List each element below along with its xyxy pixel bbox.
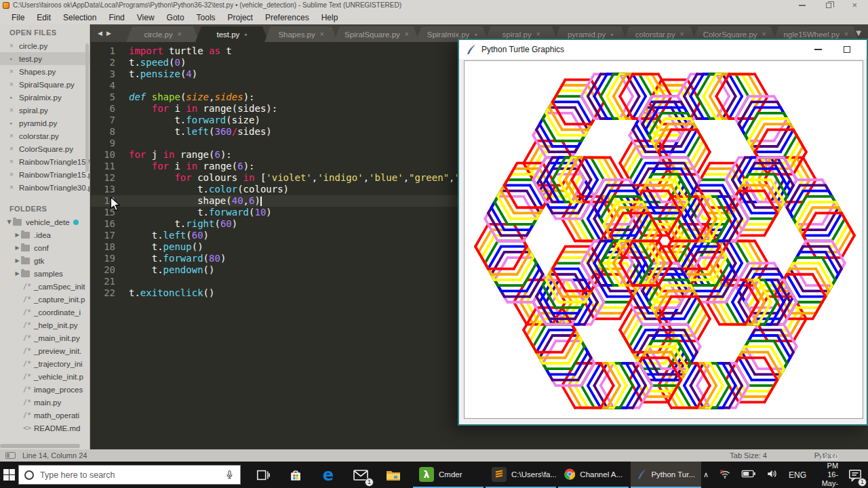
tree-item-_help_init.py[interactable]: /*_help_init.py <box>0 319 90 331</box>
menu-item-selection[interactable]: Selection <box>57 12 102 24</box>
volume-icon[interactable] <box>766 468 779 483</box>
file-explorer-button[interactable] <box>384 466 402 484</box>
tree-item-_capture_init.p[interactable]: /*_capture_init.p <box>0 293 90 306</box>
microphone-icon[interactable] <box>224 468 235 481</box>
expanded-arrow-icon[interactable]: ▼ <box>5 219 13 225</box>
restore-icon[interactable] <box>826 3 831 8</box>
tab-close-icon[interactable]: × <box>844 30 848 38</box>
tree-item-_camSpec_init[interactable]: /*_camSpec_init <box>0 280 90 293</box>
tree-item-image_proces[interactable]: /*image_proces <box>0 383 90 396</box>
tab-test.py[interactable]: test.py● <box>195 26 269 42</box>
menu-item-help[interactable]: Help <box>315 12 344 24</box>
menu-item-file[interactable]: File <box>5 12 31 24</box>
menu-item-project[interactable]: Project <box>222 12 259 24</box>
language-indicator[interactable]: ENG <box>789 470 806 480</box>
network-disconnected-icon[interactable] <box>718 468 732 483</box>
tab-modified-dot-icon[interactable]: ● <box>244 32 247 37</box>
modified-dot-icon[interactable]: ● <box>9 121 19 125</box>
collapsed-arrow-icon[interactable]: ▶ <box>14 245 21 251</box>
action-center-button[interactable]: 1 <box>848 466 863 484</box>
collapsed-arrow-icon[interactable]: ▶ <box>14 258 21 264</box>
tree-item-gtk[interactable]: ▶gtk <box>0 254 90 267</box>
modified-dot-icon[interactable]: ● <box>9 95 19 100</box>
menu-item-tools[interactable]: Tools <box>191 12 222 24</box>
edge-browser-button[interactable]: e <box>319 466 337 484</box>
tree-item-math_operati[interactable]: /*math_operati <box>0 409 90 422</box>
open-file-SpiralSquare.py[interactable]: ×SpiralSquare.py <box>0 78 90 91</box>
tree-item-conf[interactable]: ▶conf <box>0 241 90 254</box>
tab-close-icon[interactable]: × <box>680 30 684 38</box>
turtle-drawing-canvas[interactable] <box>465 61 863 419</box>
turtle-minimize-icon[interactable] <box>814 49 822 50</box>
turtle-window-titlebar[interactable]: Python Turtle Graphics <box>459 40 867 59</box>
close-file-icon[interactable]: × <box>9 106 19 114</box>
tree-item-_preview_init.[interactable]: /*_preview_init. <box>0 344 90 357</box>
tree-item-samples[interactable]: ▶samples <box>0 267 90 280</box>
taskbar-app-sublime[interactable]: C:\Users\fa... <box>486 462 556 488</box>
collapsed-arrow-icon[interactable]: ▶ <box>14 232 21 238</box>
clock[interactable]: 12:10 PM 16-May-19 <box>816 453 838 488</box>
open-file-ColorSquare.py[interactable]: ×ColorSquare.py <box>0 142 90 155</box>
close-icon[interactable]: × <box>852 2 857 9</box>
tree-item-_vehicle_init.p[interactable]: /*_vehicle_init.p <box>0 370 90 383</box>
task-view-button[interactable] <box>254 466 272 484</box>
mail-button[interactable]: 1 <box>352 466 370 484</box>
taskbar-app-chrome[interactable]: Channel A... <box>558 462 629 488</box>
tree-item-_coordinate_i[interactable]: /*_coordinate_i <box>0 306 90 319</box>
sidebar-vertical-scrollbar[interactable] <box>85 43 89 172</box>
taskbar-app-cmder[interactable]: λ Cmder <box>413 462 484 488</box>
tab-close-icon[interactable]: × <box>405 30 409 38</box>
taskbar-app-python-turtle[interactable]: Python Tur... <box>631 462 701 488</box>
tab-scroll-right-icon[interactable]: ▶ <box>106 30 111 37</box>
open-file-Spiralmix.py[interactable]: ●Spiralmix.py <box>0 91 90 104</box>
tree-item-.idea[interactable]: ▶.idea <box>0 228 90 241</box>
tab-scroll-left-icon[interactable]: ◀ <box>98 30 102 37</box>
tab-close-icon[interactable]: × <box>178 30 182 38</box>
tree-item-vehicle_dete[interactable]: ▼vehicle_dete <box>0 216 90 228</box>
tree-item-main.py[interactable]: /*main.py <box>0 396 90 409</box>
tray-expand-icon[interactable]: ∧ <box>703 470 709 479</box>
open-file-RainbowTriangle30.p[interactable]: ×RainbowTriangle30.p <box>0 181 90 194</box>
open-file-Shapes.py[interactable]: ×Shapes.py <box>0 65 90 78</box>
menu-item-goto[interactable]: Goto <box>161 12 191 24</box>
microsoft-store-button[interactable] <box>287 466 304 484</box>
open-file-RainbowTriangle15.p[interactable]: ×RainbowTriangle15.p <box>0 168 90 181</box>
close-file-icon[interactable]: × <box>9 184 19 191</box>
close-file-icon[interactable]: × <box>9 68 19 75</box>
start-button[interactable] <box>0 462 18 488</box>
tab-close-icon[interactable]: × <box>762 30 766 38</box>
tab-overflow-icon[interactable]: ▼ <box>856 29 861 37</box>
menu-item-edit[interactable]: Edit <box>31 12 57 24</box>
open-file-pyramid.py[interactable]: ●pyramid.py <box>0 117 90 129</box>
tab-close-icon[interactable]: × <box>320 30 324 38</box>
tab-Shapes.py[interactable]: Shapes.py× <box>264 26 338 42</box>
menu-item-preferences[interactable]: Preferences <box>259 12 315 24</box>
tab-circle.py[interactable]: circle.py× <box>126 26 199 42</box>
menu-item-find[interactable]: Find <box>102 12 130 24</box>
close-file-icon[interactable]: × <box>9 132 19 140</box>
tab-SpiralSquare.py[interactable]: SpiralSquare.py× <box>334 26 420 42</box>
tab-modified-dot-icon[interactable]: ● <box>610 32 613 37</box>
open-file-circle.py[interactable]: ×circle.py <box>0 39 90 52</box>
tree-item-_trajectory_ini[interactable]: /*_trajectory_ini <box>0 357 90 370</box>
open-file-spiral.py[interactable]: ×spiral.py <box>0 104 90 117</box>
menu-item-view[interactable]: View <box>131 12 161 24</box>
tree-item-README.md[interactable]: <>README.md <box>0 422 90 434</box>
minimize-icon[interactable] <box>799 5 806 6</box>
search-input[interactable] <box>40 470 224 480</box>
close-file-icon[interactable]: × <box>9 171 19 178</box>
panel-toggle-icon[interactable] <box>5 452 16 459</box>
tab-close-icon[interactable]: × <box>536 30 540 38</box>
close-file-icon[interactable]: × <box>9 42 19 49</box>
turtle-maximize-icon[interactable] <box>844 46 850 53</box>
tree-item-_main_init.py[interactable]: /*_main_init.py <box>0 331 90 344</box>
collapsed-arrow-icon[interactable]: ▶ <box>14 270 21 277</box>
taskbar-search[interactable] <box>18 465 241 485</box>
tab-size-indicator[interactable]: Tab Size: 4 <box>730 451 766 460</box>
close-file-icon[interactable]: × <box>9 158 19 165</box>
close-file-icon[interactable]: × <box>9 145 19 152</box>
open-file-test.py[interactable]: ●test.py <box>0 52 90 65</box>
open-file-RainbowTriangle15W[interactable]: ×RainbowTriangle15W <box>0 155 90 168</box>
open-file-colorstar.py[interactable]: ×colorstar.py <box>0 129 90 142</box>
modified-dot-icon[interactable]: ● <box>9 56 19 61</box>
